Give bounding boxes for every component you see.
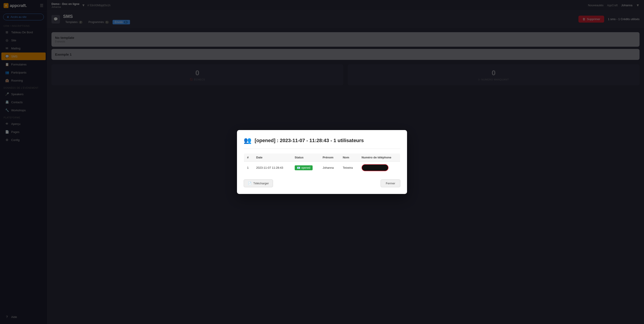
cell-nom: Teixeira [340, 162, 358, 174]
col-num: # [244, 154, 253, 162]
modal-icon: 👥 [244, 137, 252, 144]
phone-redacted [362, 164, 388, 171]
cell-date: 2023-11-07 11:28:43 [253, 162, 292, 174]
cell-status: 📧 opened [292, 162, 320, 174]
download-button[interactable]: 📄 Télécharger [244, 179, 273, 187]
table-header-row: # Date Status Prénom Nom Numéro de télép… [244, 154, 400, 162]
modal-overlay[interactable]: 👥 [opened] : 2023-11-07 - 11:28:43 - 1 u… [0, 0, 644, 324]
table-row: 1 2023-11-07 11:28:43 📧 opened Johanna T… [244, 162, 400, 174]
modal-title: [opened] : 2023-11-07 - 11:28:43 - 1 uti… [255, 138, 364, 144]
table-body: 1 2023-11-07 11:28:43 📧 opened Johanna T… [244, 162, 400, 174]
opened-icon: 📧 [297, 166, 300, 169]
col-nom: Nom [340, 154, 358, 162]
cell-num: 1 [244, 162, 253, 174]
col-prenom: Prénom [320, 154, 340, 162]
modal: 👥 [opened] : 2023-11-07 - 11:28:43 - 1 u… [237, 130, 407, 194]
table-header: # Date Status Prénom Nom Numéro de télép… [244, 154, 400, 162]
col-status: Status [292, 154, 320, 162]
cell-phone [358, 162, 400, 174]
download-icon: 📄 [248, 182, 252, 185]
users-table: # Date Status Prénom Nom Numéro de télép… [244, 153, 400, 174]
cell-prenom: Johanna [320, 162, 340, 174]
modal-footer: 📄 Télécharger Fermer [244, 179, 400, 187]
close-button[interactable]: Fermer [381, 179, 400, 187]
modal-header: 👥 [opened] : 2023-11-07 - 11:28:43 - 1 u… [244, 137, 400, 149]
status-badge: 📧 opened [295, 165, 312, 170]
col-date: Date [253, 154, 292, 162]
col-phone: Numéro de téléphone [358, 154, 400, 162]
